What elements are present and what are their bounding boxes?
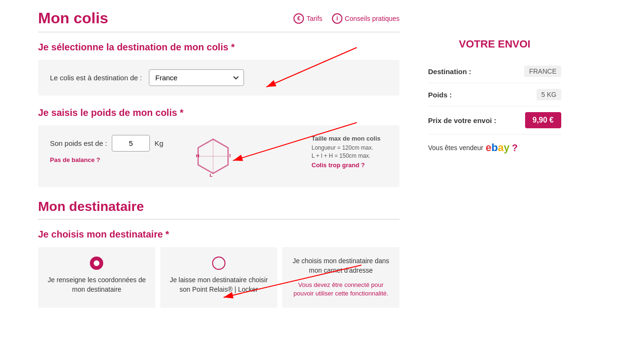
- page-title: Mon colis: [38, 10, 108, 27]
- prix-row-sidebar: Prix de votre envoi : 9,90 €: [428, 106, 561, 134]
- euro-icon: €: [293, 13, 304, 24]
- longueur-detail: Longueur = 120cm max.: [312, 144, 388, 151]
- balance-link[interactable]: Pas de balance ?: [50, 156, 163, 163]
- page-header: Mon colis € Tarifs i Conseils pratiques: [38, 10, 400, 27]
- info-icon: i: [332, 13, 342, 24]
- ebay-e: e: [486, 142, 491, 153]
- radio-dot-1: [94, 260, 99, 266]
- radio-1: [90, 257, 103, 270]
- ebay-text: Vous êtes vendeur: [428, 144, 483, 152]
- kg-label: Kg: [155, 139, 163, 147]
- votre-envoi-title: VOTRE ENVOI: [428, 38, 561, 50]
- prix-row-label: Prix de votre envoi :: [428, 116, 496, 124]
- destination-select[interactable]: France Europe International: [149, 69, 244, 86]
- recipient-option-2[interactable]: Je laisse mon destinataire choisir son P…: [160, 247, 278, 308]
- prix-row-value: 9,90 €: [525, 112, 561, 128]
- destination-row-value: FRANCE: [524, 66, 561, 77]
- recipient-options: Je renseigne les coordonnées de mon dest…: [38, 247, 400, 308]
- ebay-b: b: [491, 142, 498, 153]
- package-diagram: H L l: [192, 135, 234, 178]
- choose-recipient-title: Je choisis mon destinataire *: [38, 229, 400, 240]
- ebay-a: a: [498, 142, 504, 153]
- destinataire-title: Mon destinataire: [38, 199, 400, 214]
- weight-input-row: Son poids est de : Kg: [50, 135, 163, 152]
- weight-row: Son poids est de : Kg Pas de balance ? H: [50, 135, 388, 178]
- recipient-option-2-label: Je laisse mon destinataire choisir son P…: [167, 276, 271, 294]
- weight-input[interactable]: [112, 135, 150, 152]
- too-big-link[interactable]: Colis trop grand ?: [312, 162, 388, 169]
- conseils-link[interactable]: i Conseils pratiques: [332, 13, 400, 24]
- recipient-option-1[interactable]: Je renseigne les coordonnées de mon dest…: [38, 247, 156, 308]
- destination-row-sidebar: Destination : FRANCE: [428, 60, 561, 83]
- svg-text:L: L: [210, 172, 213, 178]
- destinataire-divider: [38, 219, 400, 219]
- poids-row-sidebar: Poids : 5 KG: [428, 83, 561, 106]
- destination-box: Le colis est à destination de : France E…: [38, 60, 400, 95]
- conseils-label: Conseils pratiques: [345, 15, 400, 22]
- radio-2: [212, 257, 225, 270]
- destination-row: Le colis est à destination de : France E…: [50, 69, 388, 86]
- weight-input-group: Son poids est de : Kg Pas de balance ?: [50, 135, 163, 163]
- sidebar: VOTRE ENVOI Destination : FRANCE Poids :…: [419, 0, 571, 362]
- max-size-info: Taille max de mon colis Longueur = 120cm…: [312, 135, 388, 169]
- destination-section-title: Je sélectionne la destination de mon col…: [38, 42, 400, 53]
- ebay-y: y: [504, 142, 509, 153]
- weight-box: Son poids est de : Kg Pas de balance ? H: [38, 125, 400, 187]
- destination-label: Le colis est à destination de :: [50, 74, 142, 82]
- weight-label: Son poids est de :: [50, 139, 107, 147]
- svg-text:H: H: [196, 153, 199, 158]
- lih-detail: L + l + H = 150cm max.: [312, 152, 388, 159]
- recipient-option-3[interactable]: Je choisis mon destinataire dans mon car…: [282, 247, 400, 308]
- header-divider: [38, 32, 400, 32]
- recipient-option-1-label: Je renseigne les coordonnées de mon dest…: [45, 276, 148, 294]
- size-title: Taille max de mon colis: [312, 135, 388, 142]
- ebay-logo: ebay: [486, 142, 509, 154]
- login-required-text: Vous devez être connecté pour pouvoir ut…: [289, 281, 392, 298]
- destination-row-label: Destination :: [428, 67, 471, 76]
- ebay-question: ?: [512, 143, 517, 153]
- poids-row-label: Poids :: [428, 91, 452, 99]
- weight-section-title: Je saisis le poids de mon colis *: [38, 107, 400, 118]
- poids-row-value: 5 KG: [537, 89, 561, 100]
- ebay-section: Vous êtes vendeur ebay ?: [428, 142, 561, 154]
- header-links: € Tarifs i Conseils pratiques: [293, 13, 400, 24]
- svg-text:l: l: [230, 153, 231, 158]
- recipient-option-3-label: Je choisis mon destinataire dans mon car…: [289, 257, 392, 275]
- package-svg: H L l: [192, 135, 234, 178]
- tarifs-label: Tarifs: [306, 15, 322, 22]
- tarifs-link[interactable]: € Tarifs: [293, 13, 322, 24]
